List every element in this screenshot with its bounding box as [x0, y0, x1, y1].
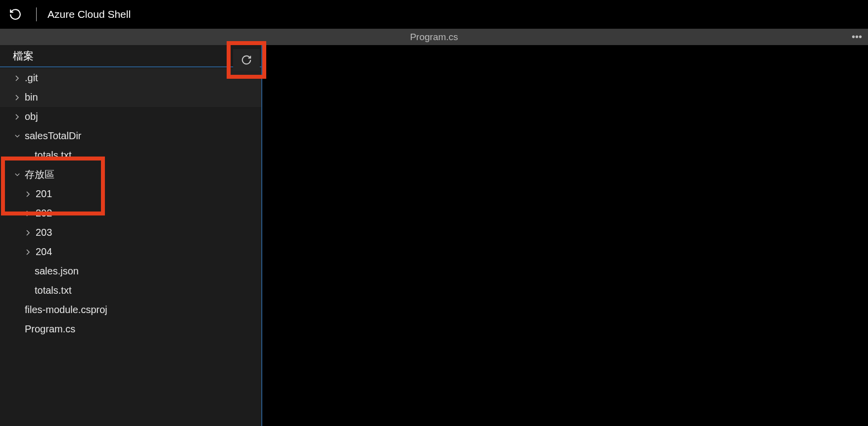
chevron-right-icon [14, 75, 21, 81]
refresh-button[interactable] [233, 49, 260, 71]
tree-file-csproj[interactable]: files-module.csproj [0, 300, 261, 320]
tree-item-label: salesTotalDir [25, 130, 81, 142]
chevron-right-icon [25, 211, 32, 216]
tree-folder-201[interactable]: 201 [0, 184, 261, 204]
tree-item-label: files-module.csproj [25, 304, 107, 316]
chevron-down-icon [14, 133, 21, 139]
tab-bar: Program.cs ••• [0, 29, 868, 45]
app-title: Azure Cloud Shell [48, 8, 131, 20]
chevron-right-icon [14, 95, 21, 101]
tree-folder-203[interactable]: 203 [0, 223, 261, 242]
tree-item-label: totals.txt [35, 285, 71, 296]
tree-folder-stores[interactable]: 存放區 [0, 165, 261, 184]
tree-item-label: .git [25, 72, 38, 84]
tab-filename[interactable]: Program.cs [410, 32, 458, 43]
restart-icon[interactable] [7, 6, 23, 22]
sidebar-header-label: 檔案 [13, 49, 34, 63]
chevron-right-icon [25, 249, 32, 255]
tree-file-totalstxt[interactable]: totals.txt [0, 281, 261, 300]
tree-item-label: Program.cs [25, 323, 75, 335]
tree-folder-202[interactable]: 202 [0, 204, 261, 223]
tree-file-salesjson[interactable]: sales.json [0, 262, 261, 281]
tree-item-label: obj [25, 111, 38, 122]
tree-folder-salesTotalDir[interactable]: salesTotalDir [0, 126, 261, 146]
tree-item-label: 202 [36, 208, 52, 219]
chevron-right-icon [14, 114, 21, 120]
tree-item-label: 204 [36, 246, 52, 258]
tree-folder-204[interactable]: 204 [0, 242, 261, 262]
file-tree: .git bin obj salesTotalDir [0, 67, 261, 339]
chevron-right-icon [25, 230, 32, 236]
refresh-highlight-box [227, 41, 266, 79]
divider [36, 7, 37, 21]
tree-folder-bin[interactable]: bin [0, 88, 261, 107]
sidebar-header: 檔案 [0, 45, 261, 67]
editor-pane[interactable] [262, 45, 868, 426]
tree-item-label: 203 [36, 227, 52, 238]
top-bar: Azure Cloud Shell [0, 0, 868, 29]
tree-folder-git[interactable]: .git [0, 68, 261, 88]
tree-folder-obj[interactable]: obj [0, 107, 261, 126]
tree-item-label: bin [25, 92, 38, 103]
chevron-down-icon [14, 172, 21, 178]
tree-file-totals[interactable]: totals.txt [0, 146, 261, 165]
more-icon[interactable]: ••• [852, 31, 862, 43]
tree-item-label: sales.json [35, 266, 79, 277]
tree-item-label: 存放區 [25, 168, 54, 181]
tree-item-label: 201 [36, 188, 52, 200]
refresh-icon [241, 54, 252, 65]
chevron-right-icon [25, 191, 32, 197]
tree-item-label: totals.txt [35, 150, 71, 161]
file-explorer-sidebar: 檔案 .git bin [0, 45, 262, 426]
tree-file-programcs[interactable]: Program.cs [0, 320, 261, 339]
main-area: 檔案 .git bin [0, 45, 868, 426]
